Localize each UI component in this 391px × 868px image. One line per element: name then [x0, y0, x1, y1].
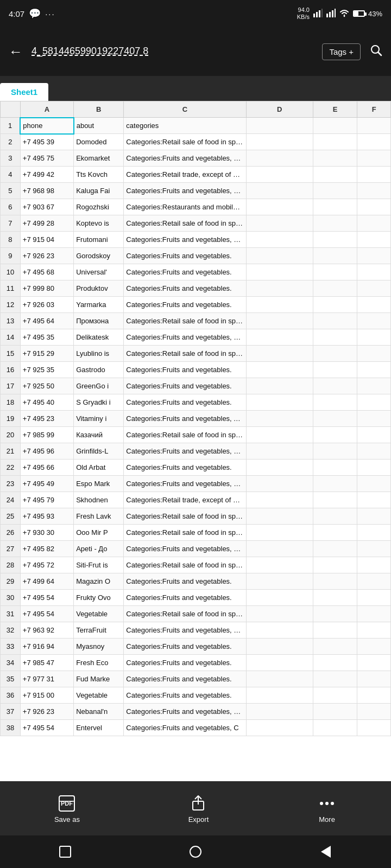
table-row[interactable]: 34+7 985 47Fresh EcoCategories:Fruits an…: [1, 655, 391, 671]
table-row[interactable]: 31+7 495 54VegetableCategories:Retail sa…: [1, 606, 391, 622]
cell-28-B[interactable]: Siti-Frut is: [74, 557, 124, 573]
cell-27-F[interactable]: [357, 541, 391, 557]
cell-18-F[interactable]: [357, 394, 391, 411]
cell-33-F[interactable]: [357, 639, 391, 655]
cell-3-C[interactable]: Categories:Fruits and vegetables, Retail…: [124, 150, 246, 167]
table-row[interactable]: 23+7 495 49Espo MarkCategories:Fruits an…: [1, 476, 391, 492]
table-row[interactable]: 12+7 926 03YarmarkaCategories:Fruits and…: [1, 297, 391, 313]
cell-23-F[interactable]: [357, 476, 391, 492]
table-row[interactable]: 8+7 915 04FrutomaniCategories:Fruits and…: [1, 232, 391, 248]
cell-21-E[interactable]: [313, 443, 357, 459]
cell-38-E[interactable]: [313, 720, 357, 736]
cell-6-E[interactable]: [313, 199, 357, 215]
cell-13-B[interactable]: Промзона: [74, 313, 124, 329]
cell-24-C[interactable]: Categories:Retail trade, except of motor…: [124, 492, 246, 508]
cell-12-E[interactable]: [313, 297, 357, 313]
cell-12-F[interactable]: [357, 297, 391, 313]
col-header-b[interactable]: B: [74, 101, 124, 118]
cell-29-A[interactable]: +7 499 64: [20, 573, 73, 590]
cell-5-D[interactable]: [246, 183, 313, 199]
cell-34-A[interactable]: +7 985 47: [20, 655, 73, 671]
cell-12-B[interactable]: Yarmarka: [74, 297, 124, 313]
cell-19-B[interactable]: Vitaminy i: [74, 411, 124, 427]
cell-37-D[interactable]: [246, 704, 313, 720]
cell-8-F[interactable]: [357, 232, 391, 248]
cell-32-F[interactable]: [357, 622, 391, 639]
cell-3-D[interactable]: [246, 150, 313, 167]
table-row[interactable]: 2+7 495 39DomodedCategories:Retail sale …: [1, 134, 391, 150]
cell-13-C[interactable]: Categories:Retail sale of food in specia…: [124, 313, 246, 329]
cell-18-D[interactable]: [246, 394, 313, 411]
cell-32-B[interactable]: TerraFruit: [74, 622, 124, 639]
cell-2-C[interactable]: Categories:Retail sale of food in specia…: [124, 134, 246, 150]
cell-18-C[interactable]: Categories:Fruits and vegetables.: [124, 394, 246, 411]
cell-27-C[interactable]: Categories:Fruits and vegetables, Retail…: [124, 541, 246, 557]
cell-31-D[interactable]: [246, 606, 313, 622]
cell-8-B[interactable]: Frutomani: [74, 232, 124, 248]
cell-36-C[interactable]: Categories:Fruits and vegetables.: [124, 687, 246, 704]
cell-17-F[interactable]: [357, 378, 391, 394]
cell-33-D[interactable]: [246, 639, 313, 655]
cell-7-C[interactable]: Categories:Retail sale of food in specia…: [124, 215, 246, 232]
cell-21-B[interactable]: Grinfilds-L: [74, 443, 124, 459]
back-button[interactable]: ←: [5, 40, 26, 63]
table-row[interactable]: 10+7 495 68Universal'Categories:Fruits a…: [1, 264, 391, 280]
cell-7-E[interactable]: [313, 215, 357, 232]
cell-1-C[interactable]: categories: [124, 118, 246, 134]
cell-9-D[interactable]: [246, 248, 313, 264]
cell-31-F[interactable]: [357, 606, 391, 622]
cell-38-B[interactable]: Entervel: [74, 720, 124, 736]
table-row[interactable]: 15+7 915 29Lyublino isCategories:Retail …: [1, 346, 391, 362]
cell-21-D[interactable]: [246, 443, 313, 459]
cell-4-A[interactable]: +7 499 42: [20, 167, 73, 183]
tags-button[interactable]: Tags +: [322, 43, 361, 60]
table-row[interactable]: 5+7 968 98Kaluga FaiCategories:Fruits an…: [1, 183, 391, 199]
more-button[interactable]: More: [317, 794, 337, 824]
cell-26-E[interactable]: [313, 525, 357, 541]
cell-16-D[interactable]: [246, 362, 313, 378]
cell-25-E[interactable]: [313, 508, 357, 525]
col-header-d[interactable]: D: [246, 101, 313, 118]
table-row[interactable]: 27+7 495 82Apeti - ДоCategories:Fruits a…: [1, 541, 391, 557]
table-row[interactable]: 26+7 930 30Ooo Mir PCategories:Retail sa…: [1, 525, 391, 541]
cell-15-A[interactable]: +7 915 29: [20, 346, 73, 362]
cell-10-B[interactable]: Universal': [74, 264, 124, 280]
cell-38-F[interactable]: [357, 720, 391, 736]
cell-7-F[interactable]: [357, 215, 391, 232]
cell-25-B[interactable]: Fresh Lavk: [74, 508, 124, 525]
table-row[interactable]: 28+7 495 72Siti-Frut isCategories:Retail…: [1, 557, 391, 573]
table-row[interactable]: 21+7 495 96Grinfilds-LCategories:Fruits …: [1, 443, 391, 459]
table-row[interactable]: 19+7 495 23Vitaminy iCategories:Fruits a…: [1, 411, 391, 427]
cell-8-A[interactable]: +7 915 04: [20, 232, 73, 248]
cell-34-B[interactable]: Fresh Eco: [74, 655, 124, 671]
table-row[interactable]: 32+7 963 92TerraFruitCategories:Fruits a…: [1, 622, 391, 639]
cell-16-B[interactable]: Gastrodo: [74, 362, 124, 378]
cell-15-F[interactable]: [357, 346, 391, 362]
table-row[interactable]: 30+7 495 54Frukty OvoCategories:Fruits a…: [1, 590, 391, 606]
cell-31-E[interactable]: [313, 606, 357, 622]
cell-28-C[interactable]: Categories:Retail sale of food in specia…: [124, 557, 246, 573]
cell-5-F[interactable]: [357, 183, 391, 199]
table-row[interactable]: 9+7 926 23GorodskoyCategories:Fruits and…: [1, 248, 391, 264]
cell-4-D[interactable]: [246, 167, 313, 183]
cell-17-C[interactable]: Categories:Fruits and vegetables.: [124, 378, 246, 394]
cell-38-D[interactable]: [246, 720, 313, 736]
cell-28-F[interactable]: [357, 557, 391, 573]
cell-25-A[interactable]: +7 495 93: [20, 508, 73, 525]
cell-22-C[interactable]: Categories:Fruits and vegetables.: [124, 459, 246, 476]
cell-20-B[interactable]: Казачий: [74, 427, 124, 443]
cell-21-C[interactable]: Categories:Fruits and vegetables, Grocer…: [124, 443, 246, 459]
cell-20-E[interactable]: [313, 427, 357, 443]
cell-15-C[interactable]: Categories:Retail sale of food in specia…: [124, 346, 246, 362]
cell-37-F[interactable]: [357, 704, 391, 720]
cell-36-E[interactable]: [313, 687, 357, 704]
cell-37-C[interactable]: Categories:Fruits and vegetables, Retail…: [124, 704, 246, 720]
cell-15-E[interactable]: [313, 346, 357, 362]
cell-30-A[interactable]: +7 495 54: [20, 590, 73, 606]
cell-9-F[interactable]: [357, 248, 391, 264]
cell-11-B[interactable]: Produktov: [74, 280, 124, 297]
table-row[interactable]: 36+7 915 00VegetableCategories:Fruits an…: [1, 687, 391, 704]
cell-10-F[interactable]: [357, 264, 391, 280]
cell-33-B[interactable]: Myasnoy: [74, 639, 124, 655]
cell-25-D[interactable]: [246, 508, 313, 525]
